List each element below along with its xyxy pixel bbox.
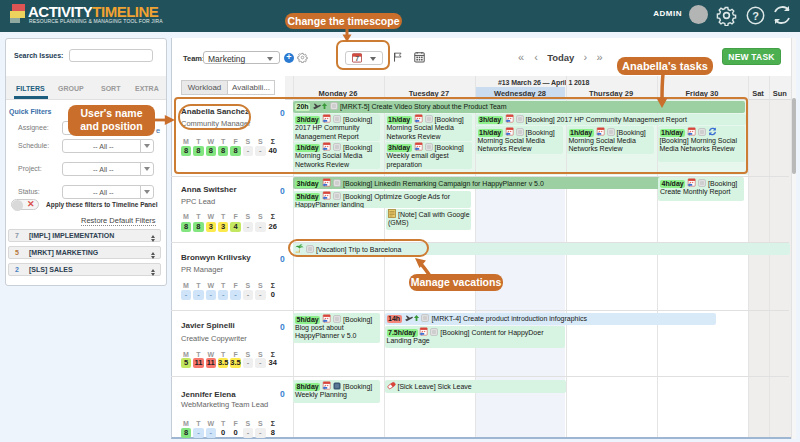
- svg-text:?: ?: [752, 10, 759, 22]
